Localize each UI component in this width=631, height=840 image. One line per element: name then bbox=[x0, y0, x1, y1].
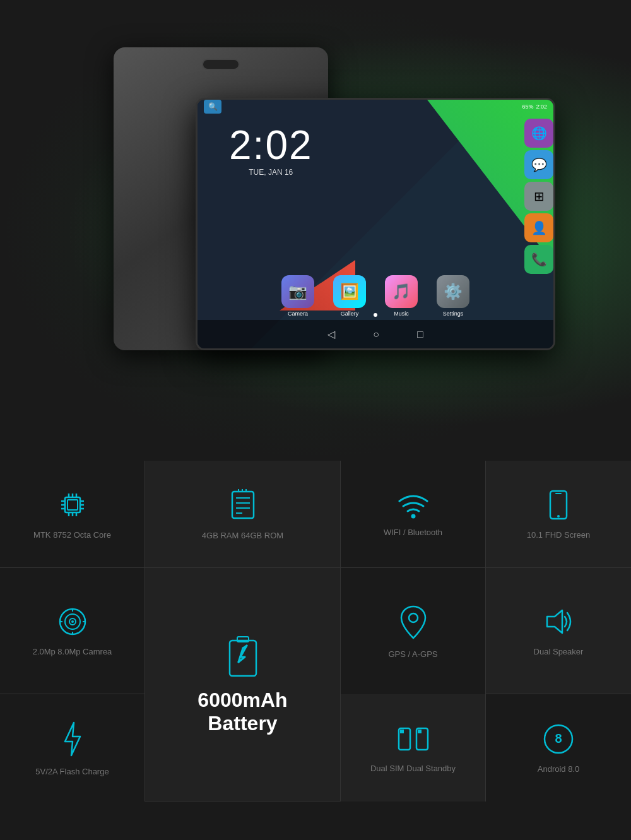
specs-section: MTK 8752 Octa Core 4GB RAM 64GB ROM bbox=[0, 461, 631, 802]
spec-wifi: WIFI / Bluetooth bbox=[341, 461, 486, 568]
app-music: 🎵 Music bbox=[385, 275, 418, 317]
clock-display: 2:02 TUE, JAN 16 bbox=[229, 125, 313, 177]
spec-dual-sim: Dual SIM Dual Standby bbox=[341, 694, 486, 802]
hero-section: 🔍 65% 2:02 2:02 TUE, JAN 16 🌐 💬 ⊞ bbox=[0, 0, 631, 461]
android-icon: 8 bbox=[542, 723, 575, 755]
spec-android: 8 Android 8.0 bbox=[486, 694, 631, 802]
ram-rom-label: 4GB RAM 64GB ROM bbox=[202, 531, 283, 540]
screen-label: 10.1 FHD Screen bbox=[527, 530, 590, 540]
svg-point-39 bbox=[409, 613, 418, 622]
specs-grid: MTK 8752 Octa Core 4GB RAM 64GB ROM bbox=[0, 461, 631, 802]
svg-rect-44 bbox=[418, 730, 422, 733]
nav-recents: □ bbox=[417, 329, 423, 340]
chip-icon bbox=[56, 488, 89, 521]
battery-icon bbox=[226, 634, 260, 678]
contact-icon: 👤 bbox=[524, 213, 553, 242]
screen-icon bbox=[548, 488, 569, 521]
spec-flash-charge: 5V/2A Flash Charge bbox=[0, 694, 145, 802]
music-label: Music bbox=[394, 311, 409, 317]
tablet-screen: 🔍 65% 2:02 2:02 TUE, JAN 16 🌐 💬 ⊞ bbox=[198, 100, 553, 348]
spec-gps: GPS / A-GPS bbox=[341, 568, 486, 694]
svg-point-29 bbox=[71, 620, 74, 623]
search-btn: 🔍 bbox=[204, 100, 221, 114]
side-icons: 🌐 💬 ⊞ 👤 📞 bbox=[524, 119, 553, 274]
svg-rect-42 bbox=[400, 730, 404, 733]
spec-camera: 2.0Mp 8.0Mp Camrea bbox=[0, 568, 145, 694]
wifi-label: WIFI / Bluetooth bbox=[384, 528, 442, 537]
svg-text:8: 8 bbox=[555, 731, 562, 745]
dual-sim-icon bbox=[395, 723, 432, 755]
storage-icon bbox=[227, 488, 259, 522]
status-time: 2:02 bbox=[536, 104, 547, 110]
bottom-apps: 📷 Camera 🖼️ Gallery 🎵 Music ⚙️ Settings bbox=[198, 275, 553, 317]
status-bar: 🔍 65% 2:02 bbox=[198, 100, 553, 114]
spec-ram-rom: 4GB RAM 64GB ROM bbox=[145, 461, 341, 568]
settings-label: Settings bbox=[443, 311, 464, 317]
svg-rect-23 bbox=[550, 491, 567, 519]
globe-icon: 🌐 bbox=[524, 119, 553, 148]
gps-label: GPS / A-GPS bbox=[388, 649, 437, 659]
clock-time: 2:02 bbox=[229, 125, 313, 165]
svg-rect-1 bbox=[68, 500, 78, 510]
app-gallery: 🖼️ Gallery bbox=[333, 275, 366, 317]
clock-date: TUE, JAN 16 bbox=[229, 168, 313, 177]
android-label: Android 8.0 bbox=[538, 764, 580, 774]
camera-label: 2.0Mp 8.0Mp Camrea bbox=[33, 647, 112, 656]
processor-label: MTK 8752 Octa Core bbox=[33, 530, 111, 540]
svg-marker-38 bbox=[547, 610, 562, 633]
music-icon: 🎵 bbox=[385, 275, 418, 308]
app-settings: ⚙️ Settings bbox=[437, 275, 469, 317]
battery-level: 65% bbox=[522, 104, 533, 110]
camera-icon bbox=[56, 605, 89, 638]
app-camera: 📷 Camera bbox=[281, 275, 314, 317]
speaker-icon bbox=[541, 605, 576, 638]
nav-bar: ◁ ○ □ bbox=[198, 320, 553, 348]
spec-speaker: Dual Speaker bbox=[486, 568, 631, 694]
grid-icon: ⊞ bbox=[524, 182, 553, 211]
battery-label: 6000mAh Battery bbox=[164, 689, 321, 735]
settings-icon: ⚙️ bbox=[437, 275, 469, 308]
spec-processor: MTK 8752 Octa Core bbox=[0, 461, 145, 568]
svg-point-22 bbox=[411, 514, 415, 519]
gallery-label: Gallery bbox=[341, 311, 359, 317]
flash-charge-label: 5V/2A Flash Charge bbox=[35, 767, 109, 776]
nav-back: ◁ bbox=[327, 328, 335, 340]
phone-icon: 📞 bbox=[524, 245, 553, 274]
gps-icon bbox=[399, 604, 428, 641]
camera-label: Camera bbox=[288, 311, 308, 317]
flash-icon bbox=[60, 720, 85, 758]
nav-home: ○ bbox=[373, 329, 379, 340]
status-right: 65% 2:02 bbox=[522, 104, 547, 110]
svg-marker-40 bbox=[65, 723, 80, 755]
speaker-label: Dual Speaker bbox=[534, 647, 584, 656]
status-left: 🔍 bbox=[204, 100, 221, 114]
camera-icon: 📷 bbox=[281, 275, 314, 308]
tablet-front: 🔍 65% 2:02 2:02 TUE, JAN 16 🌐 💬 ⊞ bbox=[196, 98, 555, 350]
svg-rect-14 bbox=[232, 492, 254, 518]
dot-indicator bbox=[374, 313, 377, 317]
tablet-container: 🔍 65% 2:02 2:02 TUE, JAN 16 🌐 💬 ⊞ bbox=[95, 47, 536, 439]
gallery-icon: 🖼️ bbox=[333, 275, 366, 308]
spec-battery: 6000mAh Battery bbox=[145, 568, 341, 802]
svg-point-24 bbox=[557, 515, 560, 518]
dual-sim-label: Dual SIM Dual Standby bbox=[370, 764, 456, 773]
back-camera bbox=[202, 59, 240, 70]
wifi-icon bbox=[396, 491, 430, 519]
message-icon: 💬 bbox=[524, 150, 553, 179]
spec-screen: 10.1 FHD Screen bbox=[486, 461, 631, 568]
